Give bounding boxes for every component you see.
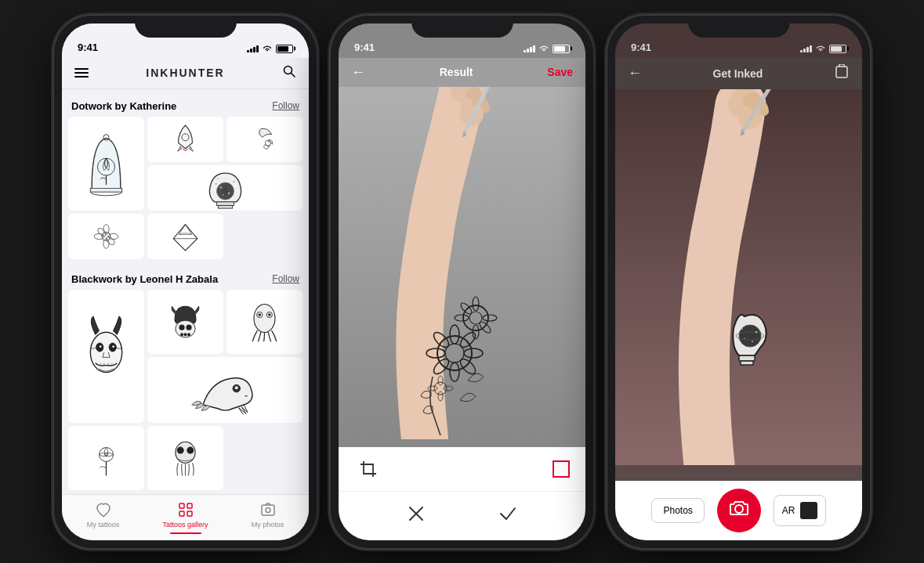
tattoo-thumb-11[interactable] [68, 426, 144, 490]
svg-point-13 [219, 186, 223, 189]
share-button[interactable] [834, 64, 850, 83]
tab-gallery[interactable]: Tattoos gallery [144, 495, 226, 537]
tab-bar-1: My tattoos Tattoos gallery [62, 494, 309, 540]
tattoo-thumb-2[interactable] [147, 117, 223, 162]
svg-point-101 [756, 330, 757, 332]
time-2: 9:41 [354, 42, 375, 53]
camera-toolbar: Photos AR [615, 481, 862, 540]
crop-tool-button[interactable] [354, 455, 382, 483]
svg-rect-57 [179, 503, 184, 508]
tattoo-grid-blackwork [68, 290, 303, 490]
svg-point-100 [741, 328, 743, 330]
notch-2 [411, 16, 513, 38]
svg-point-23 [108, 233, 118, 239]
ar-label: AR [782, 505, 795, 516]
back-button-2[interactable]: ← [351, 64, 365, 81]
tab-gallery-label: Tattoos gallery [162, 521, 208, 529]
svg-rect-3 [90, 189, 121, 193]
search-button[interactable] [282, 64, 296, 82]
svg-rect-42 [184, 333, 187, 336]
svg-point-48 [268, 313, 271, 316]
result-toolbar [339, 447, 585, 491]
svg-point-50 [234, 386, 237, 389]
svg-rect-41 [180, 333, 183, 336]
confirm-button[interactable] [497, 503, 519, 529]
tattoo-thumb-8[interactable] [147, 290, 223, 354]
svg-point-56 [187, 446, 194, 453]
svg-point-40 [186, 324, 191, 330]
notch-3 [688, 16, 790, 38]
svg-point-39 [179, 324, 184, 330]
menu-icon[interactable] [74, 68, 89, 78]
battery-icon-2 [553, 45, 570, 53]
tab-my-photos-label: My photos [252, 521, 284, 529]
signal-icon-3 [800, 45, 812, 52]
svg-point-14 [227, 192, 230, 194]
svg-point-52 [100, 447, 114, 461]
svg-rect-91 [836, 67, 847, 78]
ar-color-swatch [800, 502, 817, 519]
navbar-1: INKHUNTER [62, 58, 309, 89]
ar-button[interactable]: AR [774, 495, 826, 526]
svg-point-55 [177, 446, 184, 453]
save-button[interactable]: Save [547, 66, 573, 78]
status-icons-1 [247, 45, 293, 53]
camera-shutter-button[interactable] [717, 489, 761, 532]
tattoo-thumb-9[interactable] [226, 290, 303, 354]
back-button-3[interactable]: ← [628, 65, 642, 81]
follow-button-blackwork[interactable]: Follow [272, 273, 299, 284]
follow-button-dotwork[interactable]: Follow [272, 100, 299, 111]
svg-point-15 [222, 194, 223, 196]
gallery-section-blackwork: Blackwork by Leonel H Zabala Follow [68, 269, 303, 490]
section-header-blackwork: Blackwork by Leonel H Zabala Follow [68, 269, 303, 290]
svg-point-21 [103, 238, 109, 248]
gallery-section-dotwork: Dotwork by Katherine Follow [68, 96, 303, 259]
photos-button[interactable]: Photos [651, 498, 704, 523]
tattoo-grid-dotwork [68, 117, 303, 259]
camera-area [615, 89, 862, 481]
tattoo-thumb-3[interactable] [226, 117, 303, 162]
tattoo-thumb-12[interactable] [147, 426, 223, 490]
section-title-blackwork: Blackwork by Leonel H Zabala [71, 273, 218, 285]
status-icons-3 [800, 45, 846, 53]
tattoo-thumb-5[interactable] [68, 214, 144, 259]
svg-point-20 [103, 224, 109, 234]
notch-1 [135, 16, 237, 38]
time-3: 9:41 [631, 42, 651, 53]
status-icons-2 [524, 45, 570, 53]
phones-container: 9:41 [54, 16, 870, 548]
tab-my-tattoos-label: My tattoos [87, 521, 120, 529]
svg-point-19 [102, 232, 111, 240]
svg-rect-43 [187, 333, 190, 336]
svg-point-51 [245, 395, 248, 396]
signal-icon-2 [524, 45, 535, 52]
result-actions [339, 491, 585, 540]
wifi-icon-1 [262, 45, 273, 52]
cancel-button[interactable] [405, 503, 427, 529]
svg-point-44 [254, 304, 275, 332]
tab-my-tattoos[interactable]: My tattoos [62, 495, 144, 537]
tattoo-thumb-1[interactable] [68, 117, 144, 211]
svg-line-1 [291, 73, 295, 77]
section-title-dotwork: Dotwork by Katherine [71, 100, 176, 112]
phone-3-get-inked: 9:41 ← Get In [607, 16, 870, 548]
svg-point-104 [735, 505, 743, 513]
svg-point-103 [752, 341, 753, 342]
svg-point-12 [221, 188, 228, 195]
svg-rect-60 [187, 511, 192, 516]
tab-my-photos[interactable]: My photos [226, 495, 309, 537]
wifi-icon-3 [815, 45, 826, 52]
svg-point-17 [233, 181, 234, 182]
svg-rect-9 [216, 202, 234, 206]
svg-point-18 [217, 179, 218, 179]
result-image-area [339, 87, 585, 447]
svg-rect-61 [262, 505, 274, 515]
tattoo-thumb-6[interactable] [147, 214, 223, 259]
tattoo-thumb-4[interactable] [147, 165, 303, 211]
tattoo-thumb-7[interactable] [68, 290, 144, 423]
svg-point-102 [744, 337, 745, 339]
svg-point-62 [266, 507, 270, 512]
svg-rect-58 [187, 503, 192, 508]
tattoo-thumb-10[interactable] [147, 357, 303, 423]
get-inked-title: Get Inked [713, 67, 763, 80]
